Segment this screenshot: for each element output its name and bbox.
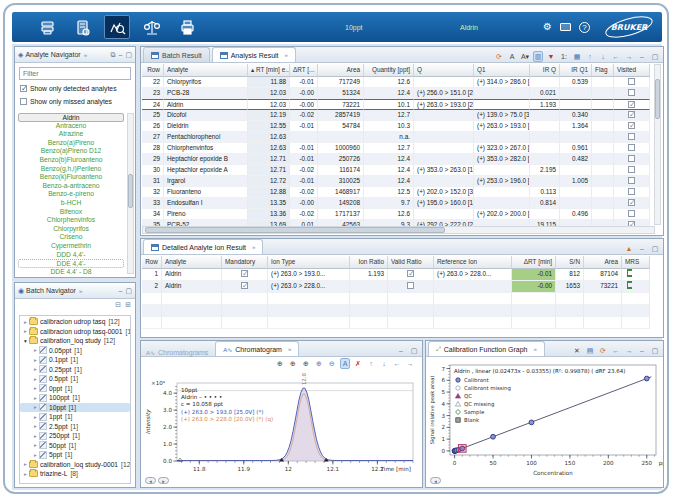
batch-tree-item[interactable]: ▸1ppt[1]: [20, 412, 130, 422]
minimize-icon[interactable]: –: [637, 51, 647, 62]
column-header[interactable]: IR Q: [530, 64, 560, 77]
visited-checkbox[interactable]: [628, 89, 635, 96]
filter-icon[interactable]: ▼: [546, 51, 556, 62]
column-header[interactable]: Analyte: [162, 256, 222, 269]
show-missed-checkbox[interactable]: [20, 98, 27, 105]
table-row[interactable]: 27Pentachlorophenol12.63n.a.: [142, 132, 655, 143]
save-icon[interactable]: ▤: [585, 345, 595, 356]
chart-icon[interactable]: ▲: [624, 243, 634, 254]
column-header[interactable]: Area: [318, 64, 364, 77]
chromatogram-plot[interactable]: 11.811.91212.112.20.01.02.03.04.0×10⁴Int…: [143, 373, 421, 485]
tab-chromatograms[interactable]: A∿ Chromatograms: [141, 349, 213, 356]
tree-expander-icon[interactable]: ▸: [22, 461, 29, 467]
tools-icon[interactable]: ✕: [572, 345, 582, 356]
image-icon[interactable]: ▦: [572, 51, 582, 62]
tab-batch-result[interactable]: Batch Result: [143, 47, 210, 62]
table-row[interactable]: 25Dicofol12.19-0.02285741912.7(+) 139.0 …: [142, 110, 655, 121]
table-row[interactable]: 30Heptachlor epoxide A12.71-0.0211617412…: [142, 165, 655, 176]
table-row[interactable]: 28Chlorphenvinfos12.63-0.01100096012.7(+…: [142, 143, 655, 154]
batch-tree-item[interactable]: ▸calibration_loq study-0001[12]: [20, 460, 130, 470]
tree-expander-icon[interactable]: ▸: [22, 471, 29, 477]
table-row[interactable]: 34Pireno13.36-0.02171713712.6(+) 202.0 >…: [142, 209, 655, 220]
batch-tree-item[interactable]: ▸0.1ppt[1]: [20, 355, 130, 365]
analyte-filter-input[interactable]: [19, 67, 131, 80]
worklist-icon[interactable]: [69, 15, 95, 39]
tree-expander-icon[interactable]: ▸: [32, 347, 39, 353]
analyte-list-item[interactable]: Antraceno: [18, 122, 124, 131]
column-header[interactable]: ▴ RT [min] e...: [248, 64, 290, 77]
tree-expander-icon[interactable]: ▸: [32, 376, 39, 382]
next-down-icon[interactable]: ↓: [379, 358, 389, 369]
analyte-list-item[interactable]: Bifenox: [18, 208, 124, 217]
maximize-icon[interactable]: ▢: [650, 51, 660, 62]
column-header[interactable]: Area: [584, 256, 622, 269]
table-row[interactable]: [142, 317, 663, 329]
column-header[interactable]: Quantity [ppt]: [364, 64, 414, 77]
prev-up-icon[interactable]: ↑: [366, 358, 376, 369]
calibration-plot[interactable]: 050100150200250pptConcentration01234567S…: [428, 359, 663, 485]
filter-az-icon[interactable]: A▾: [520, 51, 530, 62]
batch-tree-item[interactable]: ▸0ppt[1]: [20, 384, 130, 394]
column-header[interactable]: Q1: [474, 64, 530, 77]
tree-expander-icon[interactable]: ▸: [32, 404, 39, 410]
tab-chromatogram[interactable]: A∿ Chromatogram »: [215, 341, 299, 356]
column-header[interactable]: ΔRT [min]: [512, 256, 556, 269]
column-header[interactable]: IR Q1: [560, 64, 592, 77]
batch-tree-item[interactable]: ▾calibration_loq study[12]: [20, 336, 130, 346]
trace-prev-button[interactable]: ◂: [145, 477, 156, 484]
table-row[interactable]: 26Dieldrin12.55-0.015478410.3(+) 263.0 >…: [142, 121, 655, 132]
valid-ratio-checkbox[interactable]: [407, 282, 414, 289]
column-header[interactable]: MRS: [622, 256, 650, 269]
maximize-icon[interactable]: ▢: [409, 345, 419, 356]
tree-expander-icon[interactable]: ▸: [32, 414, 39, 420]
tab-detailed-ion-result[interactable]: Detailed Analyte Ion Result »: [143, 239, 263, 254]
minimize-icon[interactable]: –: [118, 51, 122, 59]
report-icon[interactable]: [174, 15, 200, 39]
prev-icon[interactable]: ←: [611, 345, 621, 356]
maximize-icon[interactable]: ▢: [650, 243, 660, 254]
batch-tree-item[interactable]: ▸triazine-L[8]: [20, 469, 130, 479]
next-right-icon[interactable]: →: [405, 358, 415, 369]
valid-ratio-checkbox[interactable]: [407, 270, 414, 277]
analyte-list-item[interactable]: Benzo(a)Pireno: [18, 139, 124, 148]
tab-calibration-graph[interactable]: ⤢ Calibration Function Graph »: [428, 341, 545, 356]
visited-checkbox[interactable]: [628, 133, 635, 140]
mrs-chart-icon[interactable]: [627, 281, 632, 289]
table-row[interactable]: 24Aldrin12.03-0.007322110.1(+) 263.0 > 1…: [142, 99, 655, 110]
column-header[interactable]: Reference Ion: [434, 256, 512, 269]
move-down-icon[interactable]: ↓: [598, 51, 608, 62]
visited-checkbox[interactable]: [628, 210, 635, 217]
table-row[interactable]: 2Aldrin(+) 263.0 > 228.0...-0.0016537322…: [142, 281, 663, 293]
batch-tree-item[interactable]: ▸10ppt[1]: [20, 403, 130, 413]
visited-checkbox[interactable]: [628, 122, 635, 129]
table-row[interactable]: 23PCB-2812.03-0.005132412.4(+) 256.0 > 1…: [142, 88, 655, 99]
refresh-icon[interactable]: ⟳: [494, 51, 504, 62]
minimize-icon[interactable]: –: [637, 345, 647, 356]
visited-checkbox[interactable]: [628, 188, 635, 195]
analyte-list-item[interactable]: Benzo-a-antraceno: [18, 182, 124, 191]
analysis-icon[interactable]: [104, 15, 130, 39]
mandatory-checkbox[interactable]: [241, 282, 248, 289]
layout-icon[interactable]: ▥: [533, 51, 543, 62]
next-icon[interactable]: →: [624, 345, 634, 356]
minimize-icon[interactable]: –: [396, 345, 406, 356]
screen-icon[interactable]: [560, 23, 571, 31]
visited-checkbox[interactable]: [628, 155, 635, 162]
batch-tree-item[interactable]: ▸0.05ppt[1]: [20, 346, 130, 356]
analyte-list-item[interactable]: Chlorpyrifos: [18, 225, 124, 234]
samples-icon[interactable]: [34, 15, 60, 39]
trace-next-button[interactable]: ▸: [158, 477, 169, 484]
analyte-list-item[interactable]: b-HCH: [18, 199, 124, 208]
column-header[interactable]: Row: [142, 64, 164, 77]
tree-expander-icon[interactable]: ▸: [32, 433, 39, 439]
minimize-icon[interactable]: –: [637, 243, 647, 254]
export-icon[interactable]: ⟳: [598, 345, 608, 356]
tab-analysis-result[interactable]: Analysis Result »: [212, 47, 296, 62]
column-header[interactable]: Ion Ratio: [350, 256, 388, 269]
table-row[interactable]: [142, 305, 663, 317]
table-row[interactable]: 32Fluoranteno12.88-0.02146891712.5(+) 20…: [142, 187, 655, 198]
visited-checkbox[interactable]: [628, 144, 635, 151]
tree-expander-icon[interactable]: ▸: [32, 357, 39, 363]
maximize-icon[interactable]: ▢: [125, 51, 132, 59]
mrs-chart-icon[interactable]: [627, 269, 632, 277]
